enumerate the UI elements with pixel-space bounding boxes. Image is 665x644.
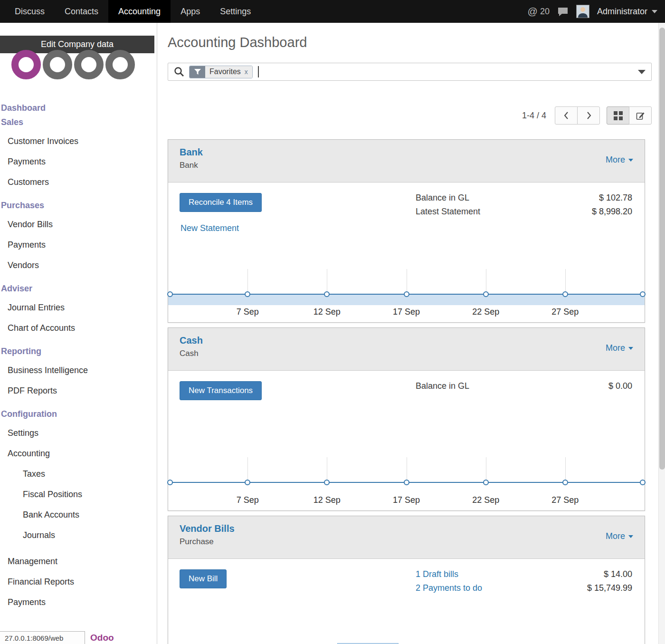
form-view-button[interactable] [629,106,652,125]
logo-ring-icon [11,50,41,79]
sidebar-header-dashboard[interactable]: Dashboard [1,101,157,115]
reconcile-items-button[interactable]: Reconcile 4 Items [180,193,262,212]
scrollbar[interactable] [658,23,665,644]
sidebar-header-adviser[interactable]: Adviser [1,281,157,296]
stat-row: Balance in GL $ 0.00 [416,379,632,393]
sidebar-item-bank-accounts[interactable]: Bank Accounts [1,505,157,525]
facet-close-icon[interactable]: x [245,68,248,75]
dashboard-card-cash: Cash Cash More New Transactions Balance … [168,327,645,511]
menu-settings[interactable]: Settings [210,0,261,23]
chart-date-label: 17 Sep [393,307,420,317]
avatar[interactable] [576,5,589,18]
bank-sparkline-chart: 7 Sep 12 Sep 17 Sep 22 Sep 27 Sep [168,266,645,322]
scrollbar-thumb[interactable] [659,28,665,470]
sidebar-item-chart-of-accounts[interactable]: Chart of Accounts [1,318,157,338]
logo-ring-icon [105,50,135,79]
vendor-bills-more-dropdown[interactable]: More [606,531,633,541]
sidebar-item-management[interactable]: Management [1,551,157,572]
sidebar-item-journals[interactable]: Journals [1,525,157,546]
menu-apps[interactable]: Apps [171,0,210,23]
new-transactions-button[interactable]: New Transactions [180,381,262,400]
sidebar-item-financial-reports[interactable]: Financial Reports [1,572,157,592]
dashboard-card-vendor-bills: Vendor Bills Purchase More New Bill 1 Dr… [168,516,645,644]
user-menu[interactable]: Administrator [597,7,657,17]
sidebar-header-purchases[interactable]: Purchases [1,198,157,212]
company-logo[interactable] [0,50,157,79]
chart-date-label: 7 Sep [237,495,259,505]
kanban-view-button[interactable] [607,106,629,125]
stat-label: Balance in GL [416,379,469,393]
cash-card-subtitle: Cash [180,349,633,358]
sidebar-item-accounting[interactable]: Accounting [1,443,157,464]
chat-icon[interactable] [557,7,569,17]
sidebar-item-payments-sales[interactable]: Payments [1,152,157,172]
payments-to-do-link[interactable]: 2 Payments to do [416,581,482,595]
stat-value: $ 8,998.20 [592,205,632,219]
sidebar-header-sales[interactable]: Sales [1,115,157,129]
chart-date-label: 7 Sep [237,307,259,317]
sidebar-item-taxes[interactable]: Taxes [1,464,157,484]
chevron-down-icon [628,159,633,162]
stat-row: 2 Payments to do $ 15,749.99 [416,581,632,595]
edit-form-icon [636,111,645,120]
odoo-brand: Odoo [90,633,114,643]
sidebar-item-customers[interactable]: Customers [1,172,157,192]
new-statement-link[interactable]: New Statement [180,223,239,233]
sidebar-header-configuration[interactable]: Configuration [1,407,157,421]
cash-stats: Balance in GL $ 0.00 [416,379,632,393]
sidebar-menu: Dashboard Sales Customer Invoices Paymen… [0,101,157,613]
sidebar-item-fiscal-positions[interactable]: Fiscal Positions [1,484,157,505]
stat-row: 1 Draft bills $ 14.00 [416,567,632,581]
chart-date-label: 27 Sep [551,307,579,317]
sidebar-header-reporting[interactable]: Reporting [1,344,157,358]
sidebar-item-pdf-reports[interactable]: PDF Reports [1,381,157,401]
topbar-right: @ 20 Administrator [528,5,665,18]
sidebar-item-settings[interactable]: Settings [1,423,157,443]
search-bar[interactable]: Favorites x [168,63,652,81]
stat-value: $ 0.00 [608,379,632,393]
menu-accounting[interactable]: Accounting [108,0,171,23]
stat-value: $ 102.78 [599,191,632,205]
control-row: 1-4 / 4 [168,106,652,125]
facet-label: Favorites [209,67,241,76]
sidebar-item-payments-purchases[interactable]: Payments [1,235,157,255]
cash-more-dropdown[interactable]: More [606,343,633,353]
search-dropdown-icon[interactable] [638,70,646,74]
cash-card-title-link[interactable]: Cash [180,335,633,346]
sidebar-item-customer-invoices[interactable]: Customer Invoices [1,131,157,152]
filter-facet-favorites[interactable]: Favorites x [189,66,253,78]
chart-date-label: 22 Sep [472,307,499,317]
sidebar-item-vendor-bills[interactable]: Vendor Bills [1,214,157,235]
sidebar-item-payments-config[interactable]: Payments [1,592,157,613]
vendor-bills-stats: 1 Draft bills $ 14.00 2 Payments to do $… [416,567,632,595]
menu-contacts[interactable]: Contacts [55,0,108,23]
kanban-grid-icon [614,111,623,120]
new-bill-button[interactable]: New Bill [180,569,227,588]
dashboard-card-bank: Bank Bank More Reconcile 4 Items New Sta… [168,139,645,323]
menu-discuss[interactable]: Discuss [5,0,55,23]
pager-previous-button[interactable] [555,106,578,125]
draft-bills-link[interactable]: 1 Draft bills [416,567,458,581]
vendor-bills-card-title-link[interactable]: Vendor Bills [180,523,633,534]
sidebar-item-journal-entries[interactable]: Journal Entries [1,298,157,318]
sidebar-item-business-intelligence[interactable]: Business Intelligence [1,360,157,381]
stat-label: Balance in GL [416,191,469,205]
stat-row: Latest Statement $ 8,998.20 [416,205,632,219]
bank-more-dropdown[interactable]: More [606,155,633,165]
status-url-tooltip: 27.0.0.1:8069/web [0,631,85,644]
cash-card-body: New Transactions Balance in GL $ 0.00 7 … [168,371,645,510]
messages-counter[interactable]: @ 20 [528,6,550,17]
sidebar-item-vendors[interactable]: Vendors [1,255,157,276]
bank-card-body: Reconcile 4 Items New Statement Balance … [168,183,645,322]
chart-date-label: 17 Sep [393,495,420,505]
pager-next-button[interactable] [577,106,600,125]
cash-sparkline-chart: 7 Sep 12 Sep 17 Sep 22 Sep 27 Sep [168,454,645,510]
chevron-down-icon [652,10,657,13]
stat-row: Balance in GL $ 102.78 [416,191,632,205]
search-icon [174,67,184,77]
chart-date-label: 22 Sep [472,495,499,505]
more-label: More [606,155,625,165]
bank-card-title-link[interactable]: Bank [180,147,633,158]
main-menu: Discuss Contacts Accounting Apps Setting… [0,0,261,23]
more-label: More [606,531,625,541]
